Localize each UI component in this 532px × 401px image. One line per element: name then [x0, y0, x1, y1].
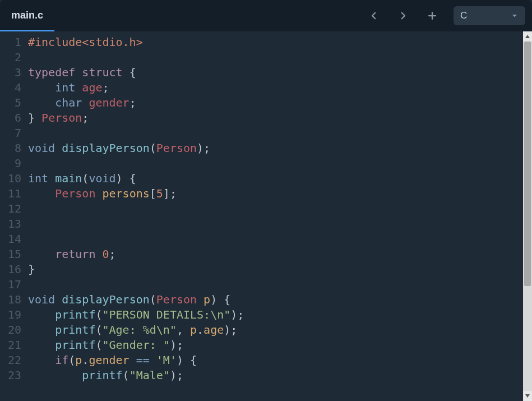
line-number: 8 [0, 141, 26, 156]
line-number: 13 [0, 216, 26, 232]
line-number: 12 [0, 201, 26, 216]
triangle-up-icon [525, 34, 530, 39]
line-number: 4 [0, 80, 26, 95]
code-line[interactable]: 16} [0, 262, 532, 277]
code-line[interactable]: 19 printf("PERSON DETAILS:\n"); [0, 307, 532, 322]
code-line[interactable]: 1#include<stdio.h> [0, 35, 532, 50]
code-line[interactable]: 17 [0, 277, 532, 292]
code-line[interactable]: 8void displayPerson(Person); [0, 141, 532, 156]
file-tab-main[interactable]: main.c [0, 0, 54, 32]
code-line[interactable]: 4 int age; [0, 80, 532, 95]
code-line[interactable]: 5 char gender; [0, 95, 532, 110]
code-line[interactable]: 13 [0, 216, 532, 232]
chevron-left-icon [369, 11, 379, 21]
line-number: 20 [0, 322, 26, 338]
line-number: 11 [0, 186, 26, 201]
code-line[interactable]: 20 printf("Age: %d\n", p.age); [0, 322, 532, 338]
plus-icon [427, 11, 437, 21]
code-line[interactable]: 15 return 0; [0, 247, 532, 262]
vertical-scrollbar[interactable] [523, 31, 532, 401]
line-number: 15 [0, 247, 26, 262]
code-line[interactable]: 21 printf("Gender: "); [0, 338, 532, 353]
code-lines: 1#include<stdio.h> 2 3typedef struct { 4… [0, 31, 532, 386]
nav-forward-button[interactable] [395, 8, 411, 24]
code-area[interactable]: 1#include<stdio.h> 2 3typedef struct { 4… [0, 31, 532, 401]
new-tab-button[interactable] [424, 8, 440, 24]
editor-frame: main.c C 1#include<stdio.h> 2 3typedef s… [0, 0, 532, 401]
scroll-thumb[interactable] [524, 42, 531, 286]
code-line[interactable]: 23 printf("Male"); [0, 368, 532, 383]
chevron-right-icon [398, 11, 408, 21]
line-number: 21 [0, 338, 26, 353]
line-number: 14 [0, 232, 26, 247]
code-line[interactable]: 14 [0, 232, 532, 247]
scroll-up-button[interactable] [523, 31, 532, 42]
line-number: 22 [0, 353, 26, 368]
code-line[interactable]: 6} Person; [0, 110, 532, 126]
line-number: 1 [0, 35, 26, 50]
line-number: 9 [0, 156, 26, 171]
code-line[interactable]: 22 if(p.gender == 'M') { [0, 353, 532, 368]
scroll-down-button[interactable] [523, 391, 532, 401]
line-number: 5 [0, 95, 26, 110]
code-line[interactable]: 18void displayPerson(Person p) { [0, 292, 532, 307]
toolbar-right: C [366, 0, 525, 31]
chevron-down-icon [511, 12, 519, 20]
line-number: 19 [0, 307, 26, 322]
line-number: 18 [0, 292, 26, 307]
tab-bar: main.c C [0, 0, 532, 31]
scroll-track[interactable] [523, 42, 532, 391]
line-number: 16 [0, 262, 26, 277]
language-select[interactable]: C [454, 6, 525, 25]
line-number: 23 [0, 368, 26, 383]
code-line[interactable]: 9 [0, 156, 532, 171]
code-line[interactable]: 12 [0, 201, 532, 216]
line-number: 17 [0, 277, 26, 292]
triangle-down-icon [525, 393, 530, 399]
code-line[interactable]: 7 [0, 126, 532, 141]
tab-filename: main.c [11, 10, 43, 21]
line-number: 2 [0, 50, 26, 65]
line-number: 6 [0, 110, 26, 126]
line-number: 7 [0, 126, 26, 141]
line-number: 3 [0, 65, 26, 80]
code-line[interactable]: 10int main(void) { [0, 171, 532, 186]
code-line[interactable]: 3typedef struct { [0, 65, 532, 80]
line-number: 10 [0, 171, 26, 186]
nav-back-button[interactable] [366, 8, 382, 24]
code-line[interactable]: 2 [0, 50, 532, 65]
language-label: C [460, 10, 467, 21]
code-line[interactable]: 11 Person persons[5]; [0, 186, 532, 201]
